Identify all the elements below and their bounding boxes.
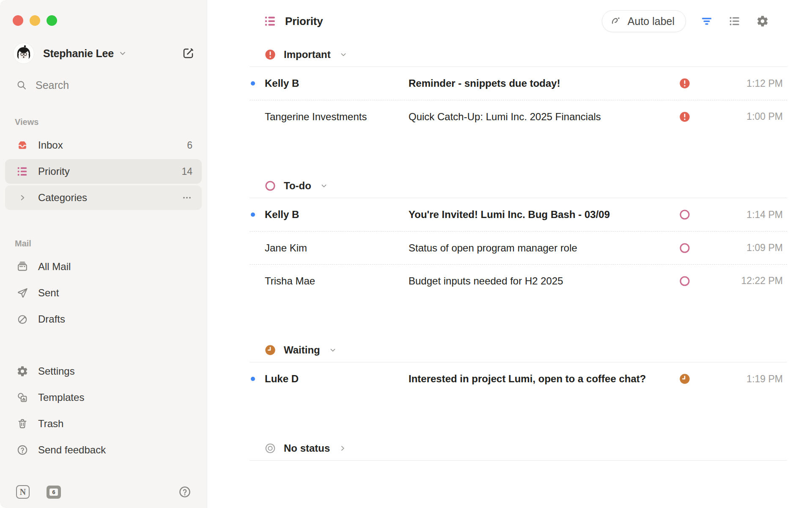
waiting-status-icon: [264, 344, 276, 356]
waiting-clock-icon[interactable]: [672, 373, 697, 385]
more-options-icon[interactable]: [181, 192, 192, 203]
sidebar-item-label: Categories: [38, 192, 87, 204]
view-settings-button[interactable]: [755, 14, 770, 28]
sidebar-item-templates[interactable]: Templates: [5, 385, 202, 410]
chevron-down-icon: [118, 49, 127, 58]
sidebar-item-drafts[interactable]: Drafts: [5, 307, 202, 331]
section-waiting-header[interactable]: Waiting: [250, 338, 787, 362]
compose-icon: [182, 47, 195, 60]
mail-subject: Budget inputs needed for H2 2025: [409, 275, 672, 287]
avatar: [14, 43, 34, 64]
unread-dot: [251, 377, 255, 381]
section-todo-header[interactable]: To-do: [250, 174, 787, 198]
section-name: No status: [284, 442, 330, 454]
mail-app-window: Stephanie Lee Search Views Inbox 6 Prior…: [0, 0, 812, 508]
sidebar-item-label: Settings: [38, 365, 75, 377]
mail-subject: Interested in project Lumi, open to a co…: [409, 373, 672, 385]
chevron-right-icon: [338, 444, 347, 453]
todo-ring-icon[interactable]: [672, 275, 697, 287]
mail-time: 12:22 PM: [697, 275, 787, 287]
mail-time: 1:09 PM: [697, 242, 787, 254]
notion-logo-icon[interactable]: N: [16, 485, 30, 499]
mail-sender: Kelly B: [265, 77, 409, 89]
mail-sender: Kelly B: [265, 209, 409, 221]
todo-ring-icon[interactable]: [672, 209, 697, 221]
important-badge-icon[interactable]: [672, 77, 697, 89]
sidebar-item-send-feedback[interactable]: Send feedback: [5, 438, 202, 462]
question-circle-icon: [16, 444, 29, 456]
sidebar: Stephanie Lee Search Views Inbox 6 Prior…: [0, 0, 207, 508]
todo-ring-icon[interactable]: [672, 242, 697, 254]
mail-row[interactable]: Jane Kim Status of open program manager …: [250, 231, 787, 264]
search-input[interactable]: Search: [16, 77, 197, 94]
trash-icon: [16, 417, 29, 430]
mail-row[interactable]: Trisha Mae Budget inputs needed for H2 2…: [250, 264, 787, 297]
help-button[interactable]: [178, 485, 192, 499]
sidebar-item-categories[interactable]: Categories: [5, 185, 202, 210]
inbox-icon: [16, 139, 29, 152]
mail-subject: Reminder - snippets due today!: [409, 77, 672, 89]
mail-time: 1:19 PM: [697, 373, 787, 385]
auto-label-icon: [610, 15, 622, 27]
drafts-icon: [16, 313, 29, 326]
sent-icon: [16, 287, 29, 299]
mail-row[interactable]: Kelly B Reminder - snippets due today! 1…: [250, 67, 787, 100]
auto-label-button[interactable]: Auto label: [602, 10, 686, 32]
sidebar-item-all-mail[interactable]: All Mail: [5, 254, 202, 279]
section-important-header[interactable]: Important: [250, 42, 787, 67]
zoom-button[interactable]: [47, 15, 57, 26]
mail-row[interactable]: Luke D Interested in project Lumi, open …: [250, 362, 787, 395]
mail-row[interactable]: Tangerine Investments Quick Catch-Up: Lu…: [250, 100, 787, 133]
close-button[interactable]: [13, 15, 23, 26]
section-important: Important Kelly B Reminder - snippets du…: [250, 42, 787, 133]
filter-button[interactable]: [700, 14, 714, 28]
sidebar-item-label: All Mail: [38, 261, 71, 273]
unread-dot: [251, 213, 255, 217]
chevron-down-icon: [320, 182, 328, 190]
priority-list-icon: [16, 165, 29, 178]
sidebar-item-label: Drafts: [38, 313, 65, 325]
calendar-icon[interactable]: 6: [47, 486, 61, 499]
sidebar-item-priority[interactable]: Priority 14: [5, 159, 202, 184]
sidebar-item-label: Inbox: [38, 139, 63, 151]
sidebar-item-sent[interactable]: Sent: [5, 281, 202, 305]
compose-button[interactable]: [180, 45, 197, 62]
section-label-mail: Mail: [15, 239, 207, 248]
window-controls: [13, 15, 207, 26]
section-name: Waiting: [284, 344, 320, 356]
mail-row[interactable]: Kelly B You're Invited! Lumi Inc. Bug Ba…: [250, 198, 787, 231]
mail-subject: Quick Catch-Up: Lumi Inc. 2025 Financial…: [409, 111, 672, 123]
search-icon: [16, 80, 27, 91]
section-name: To-do: [284, 180, 311, 192]
mail-sender: Jane Kim: [265, 242, 409, 254]
unread-dot: [251, 81, 255, 86]
list-view-button[interactable]: [727, 14, 742, 28]
chevron-down-icon: [339, 50, 348, 59]
chevron-right-icon[interactable]: [16, 191, 29, 204]
sidebar-item-label: Trash: [38, 418, 63, 430]
mail-sender: Tangerine Investments: [265, 111, 409, 123]
sidebar-item-label: Templates: [38, 392, 84, 403]
app-switcher-bar: N 6: [16, 485, 192, 508]
section-no-status-header[interactable]: No status: [250, 436, 787, 461]
unread-count: 14: [181, 166, 192, 177]
important-badge-icon[interactable]: [672, 111, 697, 123]
search-placeholder: Search: [36, 79, 69, 91]
todo-status-icon: [264, 180, 276, 192]
gear-icon: [16, 365, 29, 378]
sidebar-item-label: Send feedback: [38, 444, 106, 456]
sidebar-item-inbox[interactable]: Inbox 6: [5, 133, 202, 157]
section-waiting: Waiting Luke D Interested in project Lum…: [250, 338, 787, 395]
views-nav: Inbox 6 Priority 14 Categories: [0, 133, 207, 212]
no-status-icon: [264, 442, 276, 454]
sidebar-item-settings[interactable]: Settings: [5, 359, 202, 384]
mail-time: 1:12 PM: [697, 78, 787, 89]
account-switcher[interactable]: Stephanie Lee: [14, 43, 197, 64]
sidebar-item-trash[interactable]: Trash: [5, 411, 202, 436]
priority-list-icon: [264, 15, 277, 28]
minimize-button[interactable]: [30, 15, 40, 26]
list-view-icon: [728, 15, 741, 28]
mail-sender: Luke D: [265, 373, 409, 385]
mail-time: 1:14 PM: [697, 209, 787, 221]
templates-icon: [16, 391, 29, 404]
